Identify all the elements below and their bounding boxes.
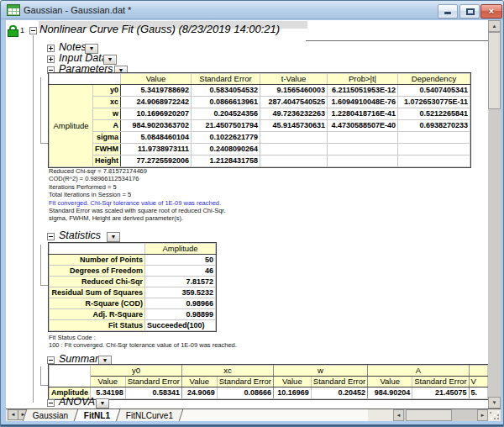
stat-value-cell: 0.98899 xyxy=(145,309,216,320)
resize-grip[interactable] xyxy=(490,411,501,420)
window-frame-bottom xyxy=(1,424,504,426)
std-error-cell: 0.204524356 xyxy=(192,108,260,120)
scroll-right-icon: ► xyxy=(480,413,486,418)
titlebar[interactable]: Gaussian - Gaussian.dat * × xyxy=(1,1,504,19)
scaled-note: Standard Error was scaled with square ro… xyxy=(49,207,226,214)
table-row: FWHM 11.9738973111 0.2408090264 xyxy=(50,144,470,156)
lock-icon[interactable] xyxy=(8,25,18,37)
footnote-line: COD(R^2) = 0.98966112534176 xyxy=(49,175,226,182)
value-cell: 11.9738973111 xyxy=(121,144,192,156)
table-row: xc 24.9068972242 0.0866613961 287.404754… xyxy=(50,97,470,108)
dependency-cell xyxy=(398,144,470,156)
vertical-scrollbar[interactable]: ▲ ▼ xyxy=(488,20,501,409)
prob-cell xyxy=(328,144,398,156)
statistics-dropdown-button[interactable]: ▼ xyxy=(107,232,120,242)
group-header: w xyxy=(273,366,367,377)
column-header: Prob>|t| xyxy=(328,74,398,85)
std-error-cell: 0.5834054532 xyxy=(192,85,260,97)
maximize-button[interactable] xyxy=(459,4,480,18)
summary-bracket xyxy=(40,366,41,385)
prob-cell: 1.6094910048E-76 xyxy=(328,97,398,108)
t-value-cell: 9.1565460003 xyxy=(260,85,328,97)
collapse-statistics-button[interactable] xyxy=(47,233,55,240)
t-value-cell: 45.9145730631 xyxy=(260,120,328,132)
column-header: t-Value xyxy=(260,74,328,85)
tab-gaussian[interactable]: Gaussian xyxy=(23,409,79,421)
summary-value-cell: 10.16969 xyxy=(273,387,311,399)
scroll-right-button[interactable]: ► xyxy=(477,409,488,421)
minimize-button[interactable] xyxy=(438,4,458,18)
lock-number: 1 xyxy=(20,26,24,34)
column-header: Standard Error xyxy=(192,74,260,85)
horizontal-scrollbar[interactable]: ◄ ► xyxy=(393,409,488,421)
param-name-cell: w xyxy=(93,108,121,120)
sub-header: Standard Error xyxy=(125,377,181,387)
header-corner-cell xyxy=(50,244,145,255)
group-header: A xyxy=(368,366,469,377)
table-row: Degrees of Freedom 46 xyxy=(50,266,216,277)
value-cell: 77.2725592006 xyxy=(121,156,192,167)
table-row: Reduced Chi-Sqr 7.81572 xyxy=(50,277,216,287)
expand-input-data-button[interactable] xyxy=(47,55,55,63)
fit-status-cell: Succeeded(100) xyxy=(145,320,216,331)
window-title: Gaussian - Gaussian.dat * xyxy=(24,5,131,15)
stat-value-cell: 46 xyxy=(145,266,216,277)
section-heading-anova: ANOVA xyxy=(59,397,95,408)
dependency-cell xyxy=(398,132,470,144)
maximize-icon xyxy=(466,8,475,15)
std-error-cell: 1.2128431758 xyxy=(192,156,260,167)
scroll-up-button[interactable]: ▲ xyxy=(488,20,501,32)
t-value-cell xyxy=(260,132,328,144)
prob-cell xyxy=(328,132,398,144)
worksheet-icon[interactable] xyxy=(7,4,20,16)
sub-header-cut: V xyxy=(469,377,487,387)
table-row: Residual Sum of Squares 359.5232 xyxy=(50,287,216,298)
table-row: Amplitude 5.34198 0.58341 24.9069 0.0866… xyxy=(50,387,488,399)
scroll-down-button[interactable]: ▼ xyxy=(488,397,501,409)
sub-header: Value xyxy=(273,377,311,387)
collapse-root-button[interactable] xyxy=(29,27,37,34)
sub-header: Value xyxy=(181,377,217,387)
table-row: Fit Status Succeeded(100) xyxy=(50,320,216,331)
scroll-left-icon: ◄ xyxy=(396,413,402,418)
sub-header: Standard Error xyxy=(311,377,367,387)
std-error-cell: 0.1022621779 xyxy=(192,132,260,144)
t-value-cell xyxy=(260,144,328,156)
group-header-cut xyxy=(469,366,487,377)
horizontal-scroll-thumb[interactable] xyxy=(406,409,452,421)
anova-dropdown-button[interactable]: ▼ xyxy=(96,398,109,409)
tab-fitnl1[interactable]: FitNL1 xyxy=(74,409,121,421)
summary-value-cell: 984.90204 xyxy=(368,387,412,399)
summary-value-cell-cut: 5. xyxy=(469,387,487,399)
value-cell: 5.0848460104 xyxy=(121,132,192,144)
sub-header: Standard Error xyxy=(217,377,273,387)
table-row: w 10.1696920207 0.204524356 49.723623226… xyxy=(50,108,470,120)
close-button[interactable]: × xyxy=(480,4,502,18)
sub-header: Value xyxy=(91,377,126,387)
scroll-left-button[interactable]: ◄ xyxy=(393,409,404,421)
scroll-up-icon: ▲ xyxy=(492,24,497,29)
summary-value-cell: 5.34198 xyxy=(91,387,126,399)
summary-se-cell: 21.45075 xyxy=(412,387,469,399)
vertical-scroll-thumb[interactable] xyxy=(488,32,501,109)
summary-se-cell: 0.58341 xyxy=(125,387,181,399)
prob-cell: 1.2280418716E-41 xyxy=(328,108,398,120)
table-row: sigma 5.0848460104 0.1022621779 xyxy=(50,132,470,144)
sub-header: Standard Error xyxy=(412,377,469,387)
t-value-cell: 287.4047540525 xyxy=(260,97,328,108)
statistics-bracket-elbow xyxy=(40,285,48,286)
value-cell: 10.1696920207 xyxy=(121,108,192,120)
stat-value-cell: 7.81572 xyxy=(145,277,216,287)
param-name-cell: xc xyxy=(93,97,121,108)
dependency-cell: 0.5407405341 xyxy=(398,85,470,97)
statistics-bracket xyxy=(40,245,41,285)
collapse-anova-button[interactable] xyxy=(47,399,55,407)
derived-note: sigma, FWHM, Height are derived paramete… xyxy=(49,214,226,222)
parameters-bracket xyxy=(40,77,41,143)
stat-label-cell: R-Square (COD) xyxy=(50,298,145,309)
tab-fitnlcurve1[interactable]: FitNLCurve1 xyxy=(116,409,184,421)
expand-notes-button[interactable] xyxy=(47,45,55,52)
collapse-summary-button[interactable] xyxy=(47,356,55,364)
summary-bracket-elbow xyxy=(40,385,48,386)
close-icon: × xyxy=(481,6,501,16)
